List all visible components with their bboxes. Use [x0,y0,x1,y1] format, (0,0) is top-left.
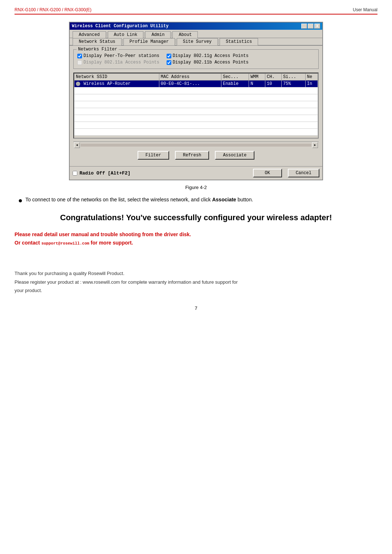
tab-statistics[interactable]: Statistics [220,38,258,45]
minimize-button[interactable]: _ [301,24,307,29]
bullet-item: ● To connect to one of the networks on t… [18,196,377,204]
col-wmm: WMM [249,74,265,81]
tabs-row2: Network Status Profile Manager Site Surv… [70,38,322,46]
scroll-track[interactable] [81,144,311,147]
cell-wmm: N [249,81,265,87]
footer-text: Thank you for purchasing a quality Rosew… [15,269,377,295]
dialog-titlebar: Wireless Client Configuration Utility _ … [70,22,322,30]
header-product-name: RNX-G100 / RNX-G200 / RNX-G300(E) [15,7,91,12]
dialog-content: Networks Filter Display Peer-To-Peer sta… [70,46,322,166]
checkbox-80211g-input[interactable] [167,54,171,58]
table-row[interactable] [74,94,318,101]
maximize-button[interactable]: □ [308,24,314,29]
cell-ne: In [305,81,318,87]
col-ch: CH. [265,74,282,81]
checkbox-peer-to-peer[interactable]: Display Peer-To-Peer stations [77,53,159,58]
support-line2: Or contact support@rosewill.com for more… [15,240,133,246]
tab-auto-link[interactable]: Auto Link [108,31,144,38]
cell-ch: 10 [265,81,282,87]
table-row[interactable] [74,101,318,108]
checkbox-80211a: Display 802.11a Access Points [77,60,159,65]
bullet-text: To connect to one of the networks on the… [25,196,253,204]
scroll-left-arrow[interactable]: ◀ [74,142,80,148]
radio-off-checkbox[interactable] [73,171,77,176]
radio-off-section: Radio Off [Alt+F2] [73,171,130,176]
refresh-button[interactable]: Refresh [175,151,209,160]
col-ssid: Network SSID [74,74,159,81]
filter-row2: Display 802.11a Access Points Display 80… [77,60,315,65]
cell-ssid: Wireless AP-Router [74,81,159,87]
table-row[interactable]: Wireless AP-Router 00-E0-4C-81-... Enabl… [74,81,318,87]
table-row[interactable] [74,87,318,94]
checkbox-80211g-label: Display 802.11g Access Points [173,53,249,58]
checkbox-80211b[interactable]: Display 802.11b Access Points [167,60,249,65]
cancel-button[interactable]: Cancel [288,169,319,177]
dialog-window: Wireless Client Configuration Utility _ … [69,22,323,180]
support-line1: Please read detail user manual and troub… [15,230,377,248]
checkbox-80211a-input [77,60,82,65]
scroll-right-arrow[interactable]: ▶ [312,142,318,148]
tab-separator6 [219,39,219,44]
footer-line3: your product. [15,286,377,295]
cell-ssid-text: Wireless AP-Router [83,81,131,86]
col-sec: Sec... [221,74,249,81]
tab-network-status[interactable]: Network Status [73,38,122,45]
tab-separator4 [122,39,123,44]
filter-legend: Networks Filter [77,47,119,52]
checkbox-80211b-label: Display 802.11b Access Points [173,60,249,65]
tab-about[interactable]: About [172,31,198,38]
bullet-section: ● To connect to one of the networks on t… [15,196,377,204]
table-row[interactable] [74,122,318,129]
close-button[interactable]: X [314,24,320,29]
page-header: RNX-G100 / RNX-G200 / RNX-G300(E) User M… [15,7,377,15]
cell-si: 75% [281,81,305,87]
radio-off-label: Radio Off [Alt+F2] [79,171,130,176]
cell-sec: Enable [221,81,249,87]
figure-caption: Figure 4-2 [15,185,377,190]
action-buttons: Filter Refresh Associate [73,151,319,160]
page-number: 7 [15,305,377,311]
table-row[interactable] [74,115,318,122]
tab-separator3 [171,32,172,37]
col-si: Si... [281,74,305,81]
tabs-row1: Advanced Auto Link Admin About [70,30,322,38]
table-row[interactable] [74,129,318,136]
col-mac: MAC Address [159,74,221,81]
congrats-heading: Congratulations! You've successfully con… [15,213,377,223]
tab-separator5 [176,39,176,44]
checkbox-80211b-input[interactable] [167,60,171,65]
checkbox-peer-to-peer-input[interactable] [77,54,82,58]
horizontal-scrollbar[interactable]: ◀ ▶ [73,141,319,148]
table-row[interactable] [74,108,318,115]
footer-line2: Please register your product at : www.ro… [15,278,377,286]
tab-profile-manager[interactable]: Profile Manager [123,38,175,45]
footer-line1: Thank you for purchasing a quality Rosew… [15,269,377,278]
network-table-container: Network SSID MAC Address Sec... WMM CH. … [73,73,319,139]
support-box: Please read detail user manual and troub… [15,230,377,248]
checkbox-80211g[interactable]: Display 802.11g Access Points [167,53,249,58]
dialog-bottom-row: Radio Off [Alt+F2] OK Cancel [70,166,322,180]
checkbox-80211a-label: Display 802.11a Access Points [83,60,159,65]
ok-button[interactable]: OK [253,169,282,177]
networks-filter-group: Networks Filter Display Peer-To-Peer sta… [73,49,319,69]
filter-button[interactable]: Filter [138,151,169,160]
tab-admin[interactable]: Admin [145,31,171,38]
checkbox-peer-to-peer-label: Display Peer-To-Peer stations [83,53,159,58]
tab-advanced[interactable]: Advanced [73,31,106,38]
tab-separator2 [144,32,144,37]
dialog-title: Wireless Client Configuration Utility [72,24,168,29]
filter-row1: Display Peer-To-Peer stations Display 80… [77,53,315,58]
network-icon [76,82,80,86]
associate-button[interactable]: Associate [215,151,254,160]
network-table: Network SSID MAC Address Sec... WMM CH. … [74,73,318,136]
header-manual-label: User Manual [353,7,377,12]
cell-mac: 00-E0-4C-81-... [159,81,221,87]
tab-site-survey[interactable]: Site Survey [177,38,218,45]
titlebar-buttons: _ □ X [301,24,320,29]
col-ne: Ne [305,74,318,81]
tab-separator [107,32,107,37]
bullet-dot: ● [18,197,23,204]
ok-cancel-buttons: OK Cancel [253,169,319,177]
